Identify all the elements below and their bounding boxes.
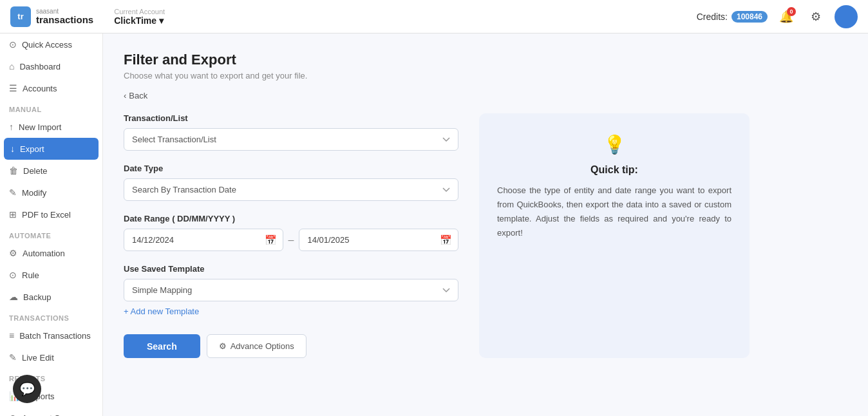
sidebar-item-label: Rule — [22, 270, 39, 280]
logo-block: tr saasant transactions — [10, 6, 93, 27]
sidebar-item-account-summary[interactable]: ⊙ Account Summary — [0, 407, 102, 416]
live-edit-icon: ✎ — [9, 352, 17, 363]
credits-value: 100846 — [731, 11, 768, 23]
action-row: Search ⚙ Advance Options — [124, 334, 458, 358]
sidebar-item-label: Backup — [23, 292, 51, 302]
notifications-button[interactable]: 🔔 0 — [775, 6, 797, 28]
template-group: Use Saved Template Simple Mapping Custom… — [124, 264, 458, 316]
sidebar-item-label: Quick Access — [22, 40, 72, 50]
sidebar-item-modify[interactable]: ✎ Modify — [0, 182, 102, 203]
back-link[interactable]: ‹ Back — [124, 91, 847, 100]
credits-label: Credits: — [697, 12, 728, 22]
automation-icon: ⚙ — [9, 248, 17, 258]
avatar-button[interactable] — [835, 5, 858, 28]
sidebar-item-export[interactable]: ↓ Export — [4, 138, 99, 160]
sidebar-item-pdf-to-excel[interactable]: ⊞ PDF to Excel — [0, 203, 102, 225]
tip-body: Choose the type of entity and date range… — [497, 184, 731, 240]
sidebar-item-accounts[interactable]: ☰ Accounts — [0, 77, 102, 99]
back-label: Back — [129, 91, 147, 100]
advance-options-icon: ⚙ — [219, 341, 227, 351]
add-template-link[interactable]: + Add new Template — [124, 307, 458, 316]
settings-button[interactable]: ⚙ — [805, 6, 827, 28]
tip-card: 💡 Quick tip: Choose the type of entity a… — [479, 113, 750, 358]
page-title: Filter and Export — [124, 52, 847, 68]
section-transactions: TRANSACTIONS — [0, 308, 102, 325]
date-to-wrap: 14/01/2025 📅 — [299, 229, 458, 251]
sidebar-item-label: Modify — [22, 188, 46, 198]
delete-icon: 🗑 — [9, 165, 18, 176]
sidebar-item-backup[interactable]: ☁ Backup — [0, 286, 102, 308]
template-label: Use Saved Template — [124, 264, 458, 274]
sidebar-item-label: Dashboard — [19, 62, 61, 71]
back-chevron-icon: ‹ — [124, 91, 126, 100]
form-area: Transaction/List Select Transaction/List… — [124, 113, 847, 358]
sidebar-item-automation[interactable]: ⚙ Automation — [0, 242, 102, 264]
advance-options-label: Advance Options — [231, 341, 294, 351]
topnav: tr saasant transactions Current Account … — [0, 0, 868, 33]
section-manual: MANUAL — [0, 99, 102, 116]
topnav-right: Credits: 100846 🔔 0 ⚙ — [697, 5, 858, 28]
sidebar-item-label: Delete — [23, 166, 48, 176]
date-from-input[interactable]: 14/12/2024 — [124, 229, 283, 251]
batch-transactions-icon: ≡ — [9, 330, 14, 341]
pdf-to-excel-icon: ⊞ — [9, 209, 17, 220]
export-icon: ↓ — [10, 144, 15, 154]
logo-text: saasant transactions — [36, 8, 93, 26]
new-import-icon: ↑ — [9, 122, 14, 132]
sidebar-item-delete[interactable]: 🗑 Delete — [0, 160, 102, 182]
date-range-label: Date Range ( DD/MM/YYYY ) — [124, 214, 458, 223]
search-button[interactable]: Search — [124, 334, 200, 358]
transaction-list-group: Transaction/List Select Transaction/List — [124, 113, 458, 151]
template-select[interactable]: Simple Mapping Custom Template 1 — [124, 279, 458, 301]
form-left: Transaction/List Select Transaction/List… — [124, 113, 458, 358]
dashboard-icon: ⌂ — [9, 61, 14, 71]
section-automate: AUTOMATE — [0, 225, 102, 242]
date-type-label: Date Type — [124, 164, 458, 173]
date-from-wrap: 14/12/2024 📅 — [124, 229, 283, 251]
modify-icon: ✎ — [9, 187, 17, 198]
date-to-input[interactable]: 14/01/2025 — [299, 229, 458, 251]
date-type-select[interactable]: Search By Transaction Date Search By Cre… — [124, 178, 458, 201]
logo-transactions: transactions — [36, 15, 93, 26]
advance-options-button[interactable]: ⚙ Advance Options — [207, 334, 307, 358]
current-account-block: Current Account ClickTime ▾ — [114, 8, 165, 26]
main-layout: ⊙ Quick Access ⌂ Dashboard ☰ Accounts MA… — [0, 33, 868, 416]
sidebar-item-new-import[interactable]: ↑ New Import — [0, 116, 102, 138]
sidebar-item-label: Export — [20, 144, 44, 154]
tip-title: Quick tip: — [590, 164, 638, 176]
sidebar: ⊙ Quick Access ⌂ Dashboard ☰ Accounts MA… — [0, 33, 103, 416]
date-type-group: Date Type Search By Transaction Date Sea… — [124, 164, 458, 201]
backup-icon: ☁ — [9, 292, 18, 302]
sidebar-item-quick-access[interactable]: ⊙ Quick Access — [0, 33, 102, 55]
sidebar-item-rule[interactable]: ⊙ Rule — [0, 264, 102, 286]
sidebar-item-label: Batch Transactions — [19, 331, 91, 341]
tip-icon: 💡 — [603, 134, 626, 155]
sidebar-item-label: PDF to Excel — [22, 210, 71, 220]
sidebar-item-label: Live Edit — [22, 353, 54, 363]
sidebar-item-live-edit[interactable]: ✎ Live Edit — [0, 346, 102, 368]
sidebar-item-batch-transactions[interactable]: ≡ Batch Transactions — [0, 325, 102, 346]
chat-bubble[interactable]: 💬 — [13, 375, 41, 403]
current-account-dropdown[interactable]: ClickTime ▾ — [114, 15, 165, 26]
content-area: Filter and Export Choose what you want t… — [103, 33, 868, 416]
sidebar-item-label: New Import — [19, 122, 61, 132]
sidebar-item-dashboard[interactable]: ⌂ Dashboard — [0, 55, 102, 77]
sidebar-item-label: Accounts — [23, 84, 57, 93]
logo-icon: tr — [10, 6, 31, 27]
date-range-group: Date Range ( DD/MM/YYYY ) 14/12/2024 📅 –… — [124, 214, 458, 251]
page-subtitle: Choose what you want to export and get y… — [124, 71, 847, 80]
account-summary-icon: ⊙ — [9, 413, 17, 416]
add-template-label: + Add new Template — [124, 307, 199, 316]
account-name-text: ClickTime — [114, 15, 156, 26]
rule-icon: ⊙ — [9, 270, 17, 280]
date-range-row: 14/12/2024 📅 – 14/01/2025 📅 — [124, 229, 458, 251]
topnav-left: tr saasant transactions Current Account … — [10, 6, 165, 27]
current-account-label: Current Account — [114, 8, 165, 15]
transaction-list-label: Transaction/List — [124, 113, 458, 123]
date-separator: – — [288, 234, 294, 246]
credits-block: Credits: 100846 — [697, 11, 768, 23]
sidebar-item-label: Account Summary — [22, 413, 90, 417]
transaction-list-select[interactable]: Select Transaction/List — [124, 128, 458, 151]
accounts-icon: ☰ — [9, 83, 17, 93]
quick-access-icon: ⊙ — [9, 39, 17, 50]
